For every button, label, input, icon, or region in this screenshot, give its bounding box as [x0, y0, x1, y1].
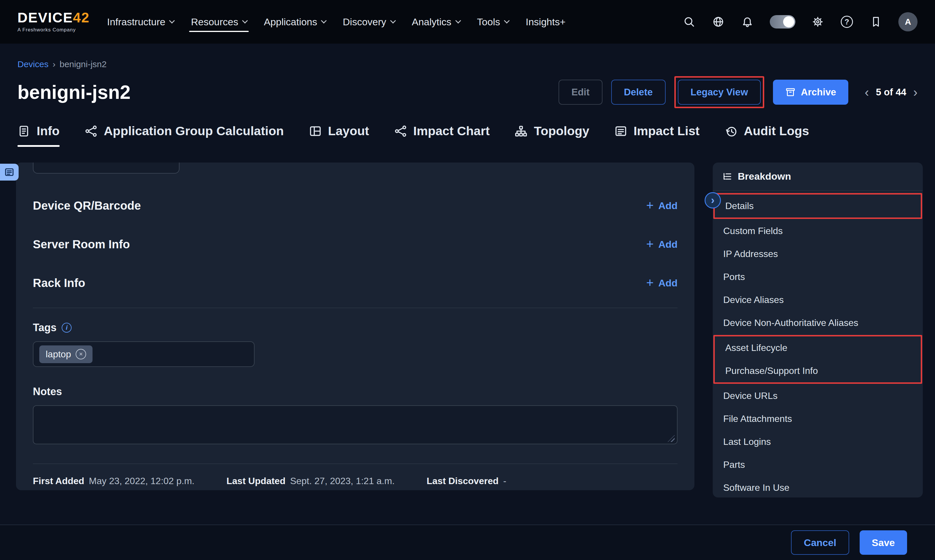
remove-tag-icon[interactable]: ×: [75, 349, 86, 359]
tab-topology[interactable]: Topology: [514, 124, 589, 147]
nav-item-applications[interactable]: Applications: [264, 0, 326, 44]
breadcrumb-separator: ›: [52, 59, 55, 69]
layout-icon: [309, 125, 322, 137]
notes-label: Notes: [33, 386, 678, 398]
breakdown-item-details[interactable]: Details: [715, 194, 921, 217]
page-title: benigni-jsn2: [17, 82, 131, 103]
section-title: Rack Info: [33, 277, 85, 289]
collapse-panel-button[interactable]: ›: [705, 192, 721, 208]
breakdown-item-custom-fields[interactable]: Custom Fields: [713, 220, 923, 243]
section-rack-info: Rack Info + Add: [33, 277, 678, 289]
top-navbar: DEVICE42 A Freshworks Company Infrastruc…: [0, 0, 935, 44]
breakdown-item-device-aliases[interactable]: Device Aliases: [713, 288, 923, 311]
nav-item-tools[interactable]: Tools: [477, 0, 509, 44]
gear-icon[interactable]: [811, 15, 824, 29]
tab-impact-chart[interactable]: Impact Chart: [394, 124, 490, 147]
list-panel-icon: [5, 167, 14, 177]
nav-item-discovery[interactable]: Discovery: [343, 0, 395, 44]
navbar-utilities: ? A: [682, 12, 918, 31]
bookmark-icon[interactable]: [869, 15, 883, 29]
nav-item-infrastructure[interactable]: Infrastructure: [107, 0, 174, 44]
document-icon: [17, 125, 30, 137]
breakdown-items: Details Custom Fields IP Addresses Ports…: [713, 191, 923, 499]
chevron-down-icon: [242, 18, 248, 23]
toggle-knob: [783, 16, 794, 27]
add-rack-button[interactable]: + Add: [646, 277, 678, 289]
bell-icon[interactable]: [741, 15, 754, 29]
tab-impact-list[interactable]: Impact List: [615, 124, 700, 147]
globe-icon[interactable]: [712, 15, 725, 29]
breakdown-item-last-logins[interactable]: Last Logins: [713, 430, 923, 453]
breakdown-item-parts[interactable]: Parts: [713, 453, 923, 476]
bottom-action-bar: Cancel Save: [0, 525, 935, 560]
info-panel: Device QR/Barcode + Add Server Room Info…: [16, 163, 695, 490]
list-tree-icon: [722, 171, 733, 182]
breakdown-item-ip-addresses[interactable]: IP Addresses: [713, 243, 923, 265]
prev-record-icon[interactable]: ‹: [864, 86, 869, 98]
cancel-button[interactable]: Cancel: [791, 530, 849, 555]
breakdown-item-asset-lifecycle[interactable]: Asset Lifecycle: [715, 336, 921, 359]
hierarchy-icon: [514, 125, 527, 137]
last-discovered: Last Discovered -: [427, 476, 507, 486]
nav-item-resources[interactable]: Resources: [191, 0, 247, 44]
tag-chip: laptop ×: [39, 345, 92, 363]
avatar[interactable]: A: [898, 12, 918, 31]
breakdown-item-device-non-authoritative-aliases[interactable]: Device Non-Authoritative Aliases: [713, 311, 923, 334]
content-area: Device QR/Barcode + Add Server Room Info…: [0, 147, 935, 525]
nav-item-analytics[interactable]: Analytics: [412, 0, 460, 44]
breakdown-item-purchase-support-info[interactable]: Purchase/Support Info: [715, 359, 921, 382]
breakdown-item-device-urls[interactable]: Device URLs: [713, 385, 923, 407]
add-server-room-button[interactable]: + Add: [646, 239, 678, 250]
logo-text: DEVICE42: [17, 11, 89, 25]
chevron-down-icon: [321, 18, 327, 23]
archive-button[interactable]: Archive: [773, 80, 848, 105]
device-tabs: Info Application Group Calculation Layou…: [0, 124, 935, 147]
breakdown-panel: › Breakdown Details Custom Fields IP Add…: [713, 163, 923, 497]
first-added: First Added May 23, 2022, 12:02 p.m.: [33, 476, 194, 486]
breadcrumb-devices-link[interactable]: Devices: [17, 59, 49, 69]
info-icon[interactable]: i: [62, 323, 72, 332]
notes-textarea[interactable]: [33, 405, 678, 444]
truncated-input[interactable]: [33, 163, 180, 174]
record-pager: ‹ 5 of 44 ›: [864, 86, 918, 98]
side-panel-toggle[interactable]: [0, 164, 18, 180]
annotation-box-details: Details: [713, 193, 922, 219]
legacy-view-button[interactable]: Legacy View: [678, 80, 761, 105]
theme-toggle[interactable]: [770, 15, 795, 29]
annotation-box-legacy-view: Legacy View: [674, 76, 764, 108]
logo-tagline: A Freshworks Company: [17, 27, 89, 33]
last-updated: Last Updated Sept. 27, 2023, 1:21 a.m.: [226, 476, 394, 486]
save-button[interactable]: Save: [860, 530, 907, 555]
record-meta: First Added May 23, 2022, 12:02 p.m. Las…: [33, 476, 678, 486]
plus-icon: +: [646, 199, 654, 212]
search-icon[interactable]: [682, 15, 696, 29]
tab-application-group-calculation[interactable]: Application Group Calculation: [85, 124, 284, 147]
section-title: Device QR/Barcode: [33, 199, 141, 212]
divider: [33, 463, 678, 464]
chevron-down-icon: [504, 18, 510, 23]
nav-item-insights[interactable]: Insights+: [526, 0, 565, 44]
edit-button[interactable]: Edit: [559, 80, 602, 105]
delete-button[interactable]: Delete: [611, 80, 665, 105]
device42-logo[interactable]: DEVICE42 A Freshworks Company: [17, 11, 89, 33]
tab-audit-logs[interactable]: Audit Logs: [725, 124, 809, 147]
breakdown-item-file-attachments[interactable]: File Attachments: [713, 407, 923, 430]
chevron-down-icon: [390, 18, 396, 23]
action-buttons: Edit Delete Legacy View Archive ‹ 5 of 4…: [559, 76, 918, 108]
next-record-icon[interactable]: ›: [913, 86, 918, 98]
divider: [33, 308, 678, 308]
tab-layout[interactable]: Layout: [309, 124, 369, 147]
chevron-down-icon: [455, 18, 461, 23]
archive-icon: [785, 87, 796, 97]
tags-input[interactable]: laptop ×: [33, 342, 254, 367]
annotation-box-lifecycle-purchase: Asset Lifecycle Purchase/Support Info: [713, 335, 922, 384]
list-icon: [615, 125, 627, 137]
breakdown-item-ports[interactable]: Ports: [713, 265, 923, 288]
breakdown-item-software-in-use[interactable]: Software In Use: [713, 476, 923, 499]
plus-icon: +: [646, 238, 654, 250]
tab-info[interactable]: Info: [17, 124, 60, 147]
help-icon[interactable]: ?: [840, 15, 853, 29]
add-qr-barcode-button[interactable]: + Add: [646, 200, 678, 212]
share-icon: [85, 125, 97, 137]
pager-text: 5 of 44: [876, 87, 906, 98]
